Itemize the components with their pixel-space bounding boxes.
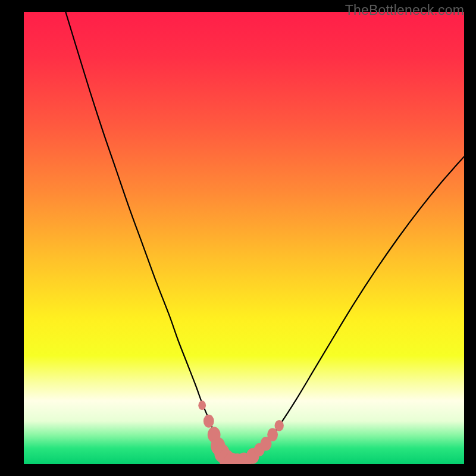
curve-layer [24,12,464,464]
curve-marker [267,428,278,441]
curve-markers [198,400,284,464]
chart-frame: TheBottleneck.com [0,0,476,476]
curve-marker [275,420,284,431]
curve-marker [198,400,206,410]
plot-area [24,12,464,464]
watermark-text: TheBottleneck.com [345,2,464,18]
bottleneck-curve [65,12,464,463]
curve-marker [203,415,214,428]
